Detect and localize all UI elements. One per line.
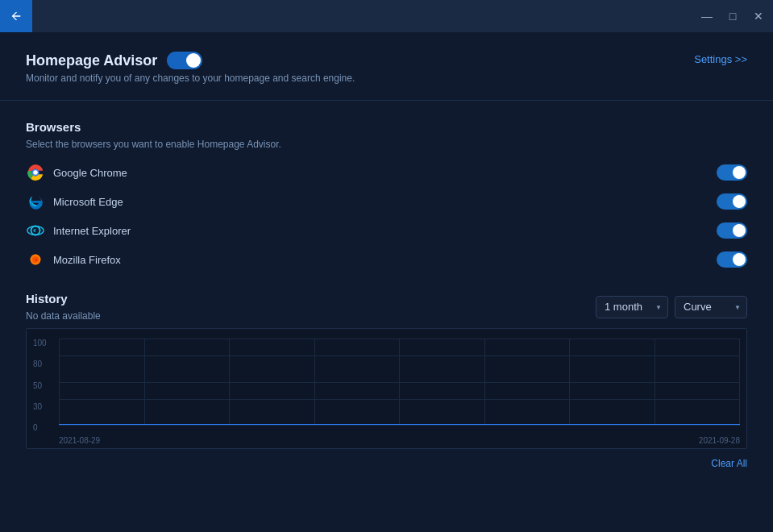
v-grid-7 xyxy=(569,339,570,425)
minimize-button[interactable]: — xyxy=(699,8,715,24)
svg-point-2 xyxy=(33,170,38,175)
grid-line-0 xyxy=(59,425,740,426)
edge-toggle-thumb xyxy=(733,195,746,208)
firefox-label: Mozilla Firefox xyxy=(53,254,709,266)
history-chart: 100 80 50 30 0 xyxy=(26,328,747,449)
chart-type-select[interactable]: Curve Bar xyxy=(675,296,747,318)
section-divider xyxy=(0,100,773,101)
v-grid-2 xyxy=(144,339,145,425)
firefox-toggle-thumb xyxy=(733,253,746,266)
edge-label: Microsoft Edge xyxy=(53,196,709,208)
svg-text:e: e xyxy=(33,227,36,233)
browsers-title: Browsers xyxy=(26,120,747,134)
back-icon xyxy=(10,10,23,23)
firefox-toggle[interactable] xyxy=(717,251,747,268)
page-title: Homepage Advisor xyxy=(26,52,157,69)
vertical-grid-lines xyxy=(59,339,740,425)
chart-y-labels: 100 80 50 30 0 xyxy=(33,339,47,432)
v-grid-3 xyxy=(229,339,230,425)
main-content: Homepage Advisor Monitor and notify you … xyxy=(0,32,773,489)
clear-all-row: Clear All xyxy=(26,455,747,470)
browser-item-ie: e Internet Explorer xyxy=(26,221,747,240)
back-button[interactable] xyxy=(0,0,32,32)
header-left: Homepage Advisor Monitor and notify you … xyxy=(26,52,355,84)
title-bar: — □ ✕ xyxy=(0,0,773,32)
clear-all-button[interactable]: Clear All xyxy=(711,458,747,469)
toggle-thumb xyxy=(186,53,201,68)
ie-toggle[interactable] xyxy=(717,222,747,239)
v-grid-6 xyxy=(484,339,485,425)
browser-list: Google Chrome Microsoft Edge xyxy=(26,163,747,269)
history-left: History No data available xyxy=(26,292,101,322)
header-section: Homepage Advisor Monitor and notify you … xyxy=(26,52,747,84)
y-label-0: 0 xyxy=(33,423,47,432)
header-title-row: Homepage Advisor xyxy=(26,52,355,69)
chrome-toggle-thumb xyxy=(733,166,746,179)
maximize-button[interactable]: □ xyxy=(725,8,741,24)
y-label-100: 100 xyxy=(33,339,47,347)
v-grid-1 xyxy=(59,339,60,425)
time-range-select[interactable]: 1 month 3 months 6 months 1 year xyxy=(596,296,668,318)
edge-toggle-track xyxy=(717,193,747,210)
y-label-30: 30 xyxy=(33,402,47,411)
v-grid-4 xyxy=(314,339,315,425)
firefox-icon xyxy=(26,250,45,269)
ie-label: Internet Explorer xyxy=(53,225,709,237)
browser-item-edge: Microsoft Edge xyxy=(26,192,747,211)
settings-link[interactable]: Settings >> xyxy=(694,53,747,65)
window-controls: — □ ✕ xyxy=(699,8,767,24)
edge-toggle[interactable] xyxy=(717,193,747,210)
history-title: History xyxy=(26,292,101,305)
browser-item-chrome: Google Chrome xyxy=(26,163,747,182)
header-subtitle: Monitor and notify you of any changes to… xyxy=(26,73,355,84)
ie-toggle-track xyxy=(717,222,747,239)
chart-baseline xyxy=(59,424,740,425)
chrome-toggle[interactable] xyxy=(717,164,747,181)
browsers-section: Browsers Select the browsers you want to… xyxy=(26,120,747,269)
chrome-toggle-track xyxy=(717,164,747,181)
browsers-subtitle: Select the browsers you want to enable H… xyxy=(26,139,747,150)
chrome-label: Google Chrome xyxy=(53,167,709,179)
v-grid-9 xyxy=(739,339,740,425)
time-range-wrapper: 1 month 3 months 6 months 1 year xyxy=(596,296,668,318)
history-controls: 1 month 3 months 6 months 1 year Curve B… xyxy=(596,296,747,318)
firefox-toggle-track xyxy=(717,251,747,268)
history-section: History No data available 1 month 3 mont… xyxy=(26,292,747,470)
homepage-advisor-toggle[interactable] xyxy=(167,52,202,69)
chart-x-labels: 2021-08-29 2021-09-28 xyxy=(59,436,740,445)
ie-toggle-thumb xyxy=(733,224,746,237)
y-label-50: 50 xyxy=(33,381,47,390)
chrome-icon xyxy=(26,163,45,182)
chart-type-wrapper: Curve Bar xyxy=(675,296,747,318)
close-button[interactable]: ✕ xyxy=(750,8,767,24)
v-grid-8 xyxy=(655,339,655,425)
browser-item-firefox: Mozilla Firefox xyxy=(26,250,747,269)
x-label-start: 2021-08-29 xyxy=(59,436,100,445)
no-data-text: No data available xyxy=(26,310,101,322)
ie-icon: e xyxy=(26,221,45,240)
edge-icon xyxy=(26,192,45,211)
y-label-80: 80 xyxy=(33,360,47,368)
v-grid-5 xyxy=(399,339,400,425)
x-label-end: 2021-09-28 xyxy=(699,436,740,445)
chart-area xyxy=(59,339,740,426)
history-header: History No data available 1 month 3 mont… xyxy=(26,292,747,322)
toggle-track xyxy=(167,52,202,69)
